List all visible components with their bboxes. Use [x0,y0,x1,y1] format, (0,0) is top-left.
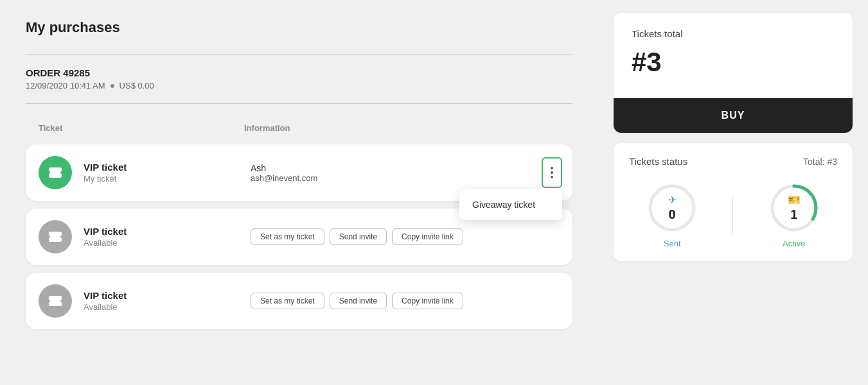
ticket-info-1: Ash ash@inevent.com [251,163,560,183]
ticket-details-3: VIP ticket Available [84,290,251,312]
status-divider [732,196,733,235]
ticket-row-3: VIP ticket Available Set as my ticket Se… [26,273,572,329]
ticket-icon-3 [39,284,72,318]
bottom-divider [26,103,572,104]
ticket-name-1: VIP ticket [84,162,251,173]
main-content: My purchases ORDER 49285 12/09/2020 10:4… [0,0,598,385]
sent-label: Sent [664,239,681,248]
dropdown-menu-1: Giveaway ticket [459,189,562,220]
status-circles: ✈ 0 Sent [629,182,837,248]
copy-invite-link-btn-2[interactable]: Copy invite link [392,228,463,245]
ticket-name-3: VIP ticket [84,290,251,301]
ticket-user-email-1: ash@inevent.com [251,173,560,183]
ticket-icon-1 [39,156,72,189]
status-title: Tickets status [629,156,687,167]
ticket-actions-3: Set as my ticket Send invite Copy invite… [251,293,560,309]
order-number: ORDER 49285 [26,67,572,78]
status-total: Total: #3 [803,157,837,167]
active-circle-item: 🎫 1 Active [768,182,820,248]
order-info: ORDER 49285 12/09/2020 10:41 AM US$ 0.00 [26,67,572,90]
tickets-status-card-body: Tickets status Total: #3 ✈ 0 Sen [614,143,853,261]
menu-dots-1 [551,167,553,178]
sidebar: Tickets total #3 BUY Tickets status Tota… [598,0,868,385]
order-date: 12/09/2020 10:41 AM [26,81,105,90]
ticket-status-2: Available [84,238,251,248]
meta-dot [111,84,114,88]
order-meta: 12/09/2020 10:41 AM US$ 0.00 [26,81,572,90]
ticket-details-1: VIP ticket My ticket [84,162,251,184]
ticket-row-1: VIP ticket My ticket Ash ash@inevent.com… [26,144,572,201]
ticket-actions-2: Set as my ticket Send invite Copy invite… [251,228,560,245]
active-icon: 🎫 [788,194,801,206]
ticket-user-name-1: Ash [251,163,560,173]
tickets-status-card: Tickets status Total: #3 ✈ 0 Sen [614,143,853,261]
status-header: Tickets status Total: #3 [629,156,837,167]
sent-circle-container: ✈ 0 [646,182,698,234]
send-invite-btn-2[interactable]: Send invite [330,228,387,245]
set-my-ticket-btn-3[interactable]: Set as my ticket [251,293,324,309]
tickets-total-card: Tickets total #3 BUY [614,13,853,133]
copy-invite-link-btn-3[interactable]: Copy invite link [392,293,463,309]
buy-button[interactable]: BUY [614,98,853,133]
ticket-name-2: VIP ticket [84,226,251,237]
sent-count: 0 [669,207,676,222]
tickets-total-label: Tickets total [632,28,835,39]
active-circle-container: 🎫 1 [768,182,820,234]
send-invite-btn-3[interactable]: Send invite [330,293,387,309]
dropdown-item-giveaway[interactable]: Giveaway ticket [472,196,549,214]
sent-circle-item: ✈ 0 Sent [646,182,698,248]
ticket-menu-button-1[interactable] [542,157,562,188]
sent-circle-inner: ✈ 0 [668,194,677,222]
active-count: 1 [790,207,797,222]
ticket-svg-2 [48,229,63,244]
ticket-email-block-1: Ash ash@inevent.com [251,163,560,183]
ticket-info-2: Set as my ticket Send invite Copy invite… [251,228,560,245]
ticket-details-2: VIP ticket Available [84,226,251,248]
tickets-header: Ticket Information [26,117,572,139]
col-info-header: Information [244,123,560,133]
ticket-status-1: My ticket [84,174,251,184]
ticket-status-3: Available [84,302,251,312]
top-divider [26,54,572,55]
ticket-svg-3 [48,293,63,309]
sent-icon: ✈ [668,194,677,206]
ticket-icon-2 [39,220,72,253]
order-price: US$ 0.00 [120,81,154,90]
set-my-ticket-btn-2[interactable]: Set as my ticket [251,228,324,245]
tickets-total-number: #3 [632,47,835,78]
tickets-total-card-body: Tickets total #3 [614,13,853,98]
active-label: Active [783,239,805,248]
page-title: My purchases [26,19,572,36]
ticket-svg-1 [48,165,63,180]
col-ticket-header: Ticket [39,123,244,133]
active-circle-inner: 🎫 1 [788,194,801,222]
ticket-info-3: Set as my ticket Send invite Copy invite… [251,293,560,309]
